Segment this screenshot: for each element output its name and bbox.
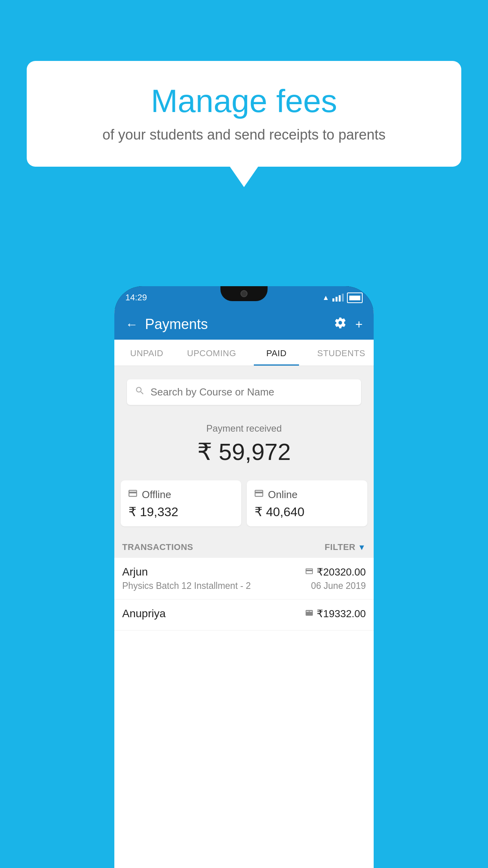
add-button[interactable]: +	[355, 317, 363, 332]
status-time: 14:29	[125, 292, 147, 303]
transaction-amount-container: ₹20320.00	[305, 566, 366, 578]
filter-text: FILTER	[325, 542, 355, 552]
speech-bubble-container: Manage fees of your students and send re…	[27, 61, 461, 167]
header-right: +	[334, 316, 363, 332]
table-row[interactable]: Anupriya ₹19332.00	[114, 600, 374, 631]
transactions-label: TRANSACTIONS	[122, 542, 193, 552]
camera	[240, 290, 248, 297]
online-icon	[254, 488, 264, 501]
offline-label: Offline	[142, 489, 171, 501]
transaction-name: Anupriya	[122, 607, 166, 620]
offline-card-header: Offline	[128, 488, 234, 501]
transaction-bottom-row: Physics Batch 12 Installment - 2 06 June…	[122, 581, 366, 591]
status-icons: ▲	[322, 292, 363, 303]
filter-button[interactable]: FILTER ▼	[325, 542, 366, 552]
tabs-container: UNPAID UPCOMING PAID STUDENTS	[114, 340, 374, 366]
transaction-amount: ₹19332.00	[317, 608, 366, 620]
search-icon	[135, 386, 145, 399]
payment-summary: Payment received ₹ 59,972	[114, 412, 374, 474]
payment-type-icon	[305, 567, 314, 577]
tab-students[interactable]: STUDENTS	[309, 340, 374, 366]
table-row[interactable]: Arjun ₹20320.00 Physics Batch 12 Install…	[114, 558, 374, 600]
wifi-icon: ▲	[322, 294, 329, 302]
payment-type-icon	[305, 609, 314, 619]
online-card-header: Online	[254, 488, 360, 501]
battery-icon	[347, 292, 363, 303]
transaction-date: 06 June 2019	[311, 581, 366, 591]
online-card: Online ₹ 40,640	[247, 480, 367, 526]
transaction-amount: ₹20320.00	[317, 566, 366, 578]
tab-upcoming[interactable]: UPCOMING	[179, 340, 244, 366]
online-amount: ₹ 40,640	[254, 504, 360, 519]
search-bar[interactable]	[127, 379, 361, 405]
search-input[interactable]	[150, 386, 353, 398]
transaction-top-row: Anupriya ₹19332.00	[122, 607, 366, 620]
payment-cards: Offline ₹ 19,332 Online ₹ 40,640	[114, 474, 374, 534]
transactions-list: Arjun ₹20320.00 Physics Batch 12 Install…	[114, 558, 374, 868]
transaction-amount-container: ₹19332.00	[305, 608, 366, 620]
bubble-subtitle: of your students and send receipts to pa…	[50, 127, 438, 143]
header-title: Payments	[145, 316, 208, 333]
back-button[interactable]: ←	[125, 317, 138, 332]
transaction-top-row: Arjun ₹20320.00	[122, 566, 366, 578]
transaction-detail: Physics Batch 12 Installment - 2	[122, 581, 251, 591]
signal-icon	[332, 294, 344, 302]
tab-paid[interactable]: PAID	[244, 340, 309, 366]
app-header: ← Payments +	[114, 309, 374, 340]
notch	[220, 286, 268, 301]
filter-icon: ▼	[358, 543, 366, 552]
tab-unpaid[interactable]: UNPAID	[114, 340, 179, 366]
transactions-header: TRANSACTIONS FILTER ▼	[114, 534, 374, 558]
offline-amount: ₹ 19,332	[128, 504, 234, 519]
payment-received-label: Payment received	[122, 423, 366, 434]
app-content: ← Payments + UNPAID UPCOMING PAID STUDEN…	[114, 309, 374, 868]
payment-total-amount: ₹ 59,972	[122, 438, 366, 465]
settings-icon[interactable]	[334, 316, 347, 332]
offline-card: Offline ₹ 19,332	[121, 480, 241, 526]
phone-frame: 14:29 ▲ ← Payments	[114, 286, 374, 868]
header-left: ← Payments	[125, 316, 208, 333]
transaction-name: Arjun	[122, 566, 148, 578]
bubble-title: Manage fees	[50, 83, 438, 120]
offline-icon	[128, 488, 138, 501]
speech-bubble: Manage fees of your students and send re…	[27, 61, 461, 167]
status-bar: 14:29 ▲	[114, 286, 374, 309]
online-label: Online	[268, 489, 297, 501]
